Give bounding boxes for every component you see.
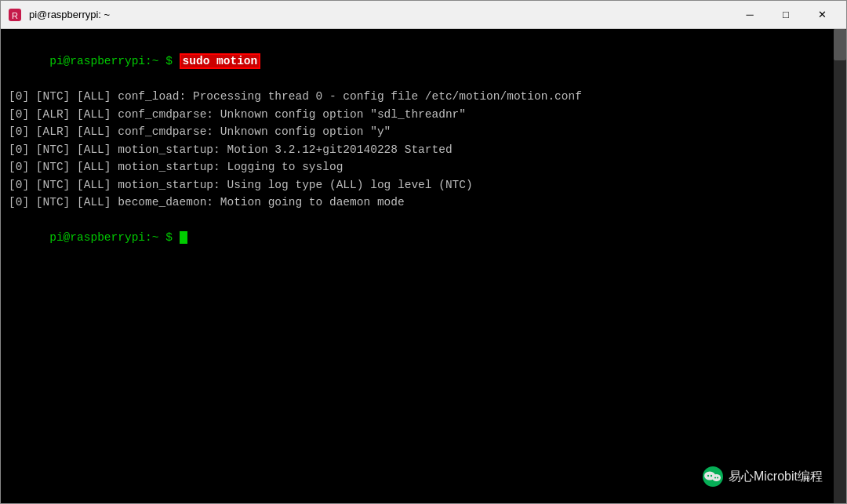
window-controls: ─ □ ✕ [732,1,840,29]
wechat-icon [702,466,724,488]
scrollbar-thumb[interactable] [834,29,846,60]
window-title: pi@raspberrypi: ~ [29,9,732,20]
watermark: 易心Microbit编程 [702,466,823,488]
svg-point-5 [707,475,709,477]
svg-point-6 [711,475,712,477]
output-line-6: [0] [NTC] [ALL] motion_startup: Using lo… [9,176,838,194]
terminal-body[interactable]: pi@raspberrypi:~ $ sudo motion [0] [NTC]… [1,29,846,503]
title-bar: R pi@raspberrypi: ~ ─ □ ✕ [1,1,846,29]
output-line-2: [0] [ALR] [ALL] conf_cmdparse: Unknown c… [9,106,838,123]
close-button[interactable]: ✕ [804,1,840,29]
prompt-text: pi@raspberrypi:~ $ [49,55,179,67]
maximize-button[interactable]: □ [768,1,804,29]
final-prompt-text: pi@raspberrypi:~ $ [49,231,173,244]
output-line-5: [0] [NTC] [ALL] motion_startup: Logging … [9,158,838,176]
svg-point-4 [712,474,721,481]
svg-text:R: R [12,11,18,20]
highlighted-command: sudo motion [180,53,261,69]
output-line-1: [0] [NTC] [ALL] conf_load: Processing th… [9,88,838,105]
svg-point-7 [714,477,716,478]
watermark-text: 易心Microbit编程 [729,469,823,485]
scrollbar[interactable] [834,29,846,503]
minimize-button[interactable]: ─ [732,1,768,29]
cursor [180,231,187,244]
command-line: pi@raspberrypi:~ $ sudo motion [9,35,838,88]
output-line-3: [0] [ALR] [ALL] conf_cmdparse: Unknown c… [9,123,838,140]
app-icon: R [7,7,23,23]
final-prompt-line: pi@raspberrypi:~ $ [9,212,838,264]
output-line-7: [0] [NTC] [ALL] become_daemon: Motion go… [9,194,838,211]
output-line-4: [0] [NTC] [ALL] motion_startup: Motion 3… [9,141,838,158]
svg-point-8 [717,477,718,478]
terminal-window: R pi@raspberrypi: ~ ─ □ ✕ pi@raspberrypi… [0,0,847,504]
